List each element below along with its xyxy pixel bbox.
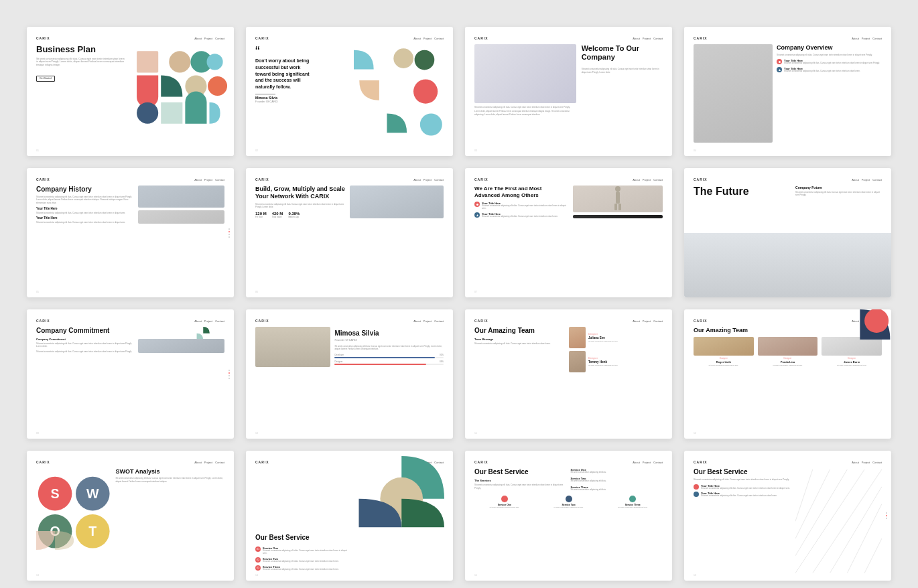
s10-photo (255, 327, 330, 366)
s2-quote-mark: “ (255, 44, 359, 58)
s11-team-body: Sit amet consectetur adipiscing elit dui… (474, 342, 565, 345)
svg-point-6 (137, 102, 158, 124)
slide-future: CARIX About Project Contact The Future C… (684, 168, 891, 297)
s4-icon2 (777, 67, 782, 72)
s15-svc-icon2: Service Two Sit amet consectetur adipisc… (539, 496, 599, 508)
slide-team-right: CARIX About Project Contact Our Amazing … (684, 309, 891, 439)
s2-page-num: 02 (255, 149, 258, 152)
s1-title: Business Plan (36, 44, 127, 55)
s16-icon1 (694, 484, 699, 490)
svg-point-11 (779, 61, 781, 63)
s14-shapes-svg (350, 456, 454, 527)
svg-point-13 (615, 186, 620, 192)
s13-title: SWOT Analysis (115, 468, 224, 475)
s4-icon2-text: Sit amet consectetur adipiscing elit dui… (784, 70, 860, 73)
nav-links-9: About Project Contact (194, 319, 224, 323)
s12-m1-photo (694, 337, 754, 356)
slide-nav-3: CARIX About Project Contact (474, 36, 663, 40)
s16-lines-svg (795, 468, 882, 575)
s3-photo (474, 44, 576, 103)
slide-company-overview: CARIX About Project Contact Company Over… (684, 27, 891, 156)
s6-stat2: 420 M Total Scale (272, 212, 283, 218)
slide-quote: CARIX About Project Contact “ Don't worr… (246, 27, 453, 156)
svg-line-32 (847, 504, 882, 573)
s9-dot4 (228, 378, 230, 379)
nav-about-5: About (194, 178, 201, 181)
s12-m3-text: Sit amet consectetur adipiscing elit dui… (822, 364, 882, 366)
s14-num3: 03 (255, 565, 261, 571)
s16-page-num: 16 (694, 574, 696, 577)
s6-stat3: 9.38% Market Cap (288, 212, 300, 218)
s16-dot1 (886, 512, 887, 514)
brand-14: CARIX (255, 460, 269, 464)
s3-body3: Sit amet consectetur adipiscing elit dui… (582, 68, 663, 73)
svg-line-27 (795, 469, 864, 573)
s15-svc-icon3: Service Three Sit amet consectetur adipi… (602, 496, 663, 508)
svg-rect-15 (614, 204, 617, 210)
slide-swot: CARIX About Project Contact S W O (27, 451, 234, 580)
s4-icon1 (777, 59, 782, 64)
s9-dot3 (228, 375, 230, 376)
s8-body: Sit amet consectetur adipiscing elit dui… (795, 191, 882, 196)
s13-page-num: 13 (36, 574, 39, 577)
s11-member1-photo (569, 327, 586, 348)
s5-photo-top (138, 186, 224, 208)
nav-links-5: About Project Contact (194, 178, 224, 181)
s14-num2: 02 (255, 557, 261, 563)
nav-links-13: About Project Contact (194, 461, 224, 464)
nav-links-6: About Project Contact (413, 178, 444, 181)
slide-nav-8: CARIX About Project Contact (694, 177, 882, 181)
s1-button[interactable]: Get Started (36, 76, 55, 82)
s15-svc1: Service One Sit amet consectetur adipisc… (571, 468, 663, 474)
svg-point-10 (420, 114, 442, 136)
s8-page-num: 08 (694, 291, 696, 293)
s9-title: Company Commitment (36, 327, 134, 334)
brand-15: CARIX (474, 460, 488, 464)
svg-point-3 (207, 54, 223, 70)
slide-nav-15: CARIX About Project Contact (474, 460, 663, 464)
s9-dot1 (228, 370, 230, 371)
s10-skill1-pct: 92% (440, 354, 444, 356)
s11-page-num: 11 (474, 432, 477, 435)
brand-6: CARIX (255, 177, 269, 181)
nav-links-4: About Project Contact (852, 37, 882, 40)
s6-stat1: 120 M Fin Size (255, 212, 267, 218)
s6-page-num: 06 (255, 291, 258, 293)
s10-skill2-pct: 84% (440, 360, 444, 363)
s3-page-num: 03 (474, 149, 477, 152)
s12-m2-name: Ponda Lina (758, 360, 818, 364)
slide-nav-5: CARIX About Project Contact (36, 177, 224, 181)
s15-svc2: Service Two Sit amet consectetur adipisc… (571, 477, 663, 483)
brand-4: CARIX (694, 36, 708, 40)
slide-nav-13: CARIX About Project Contact (36, 460, 224, 464)
slide-nav-6: CARIX About Project Contact (255, 177, 444, 181)
s10-fill1 (334, 357, 435, 358)
s12-m1-text: Sit amet consectetur adipiscing elit dui… (694, 364, 754, 366)
s16-dots (886, 512, 887, 519)
s2-shapes (354, 27, 453, 156)
s10-bar1 (334, 357, 444, 358)
s11-m2-text: Sit amet consectetur adipiscing elit dui… (588, 364, 618, 366)
nav-contact-13: Contact (215, 461, 224, 464)
s11-member1: Designer Juliana Eve Sit amet consectetu… (569, 327, 663, 348)
svg-rect-0 (137, 51, 158, 72)
s6-stat2-label: Total Scale (272, 216, 283, 218)
nav-about-13: About (194, 461, 201, 464)
s7-icon-row2: Your Title Here Sit amet consectetur adi… (474, 212, 569, 218)
s6-stats: 120 M Fin Size 420 M Total Scale 9.38% M… (255, 212, 346, 218)
s1-page-num: 01 (36, 149, 39, 152)
s11-member2: Designer Tommy Honk Sit amet consectetur… (569, 351, 663, 372)
s16-body: Sit amet consectetur adipiscing elit dui… (694, 478, 791, 481)
nav-about-11: About (633, 319, 639, 323)
nav-about-3: About (633, 37, 639, 40)
s9-dots (228, 370, 230, 379)
nav-about-6: About (413, 178, 420, 181)
s14-s1-text: Sit amet consectetur adipiscing elit dui… (263, 550, 350, 555)
svg-rect-8 (414, 50, 434, 70)
s15-s1-text: Sit amet consectetur adipiscing elit dui… (571, 471, 663, 474)
s8-sub-title: Company Future (795, 186, 882, 190)
svg-point-1 (170, 51, 191, 72)
nav-links-10: About Project Contact (413, 319, 444, 323)
s8-photo (684, 233, 891, 298)
svg-text:W: W (86, 486, 99, 501)
